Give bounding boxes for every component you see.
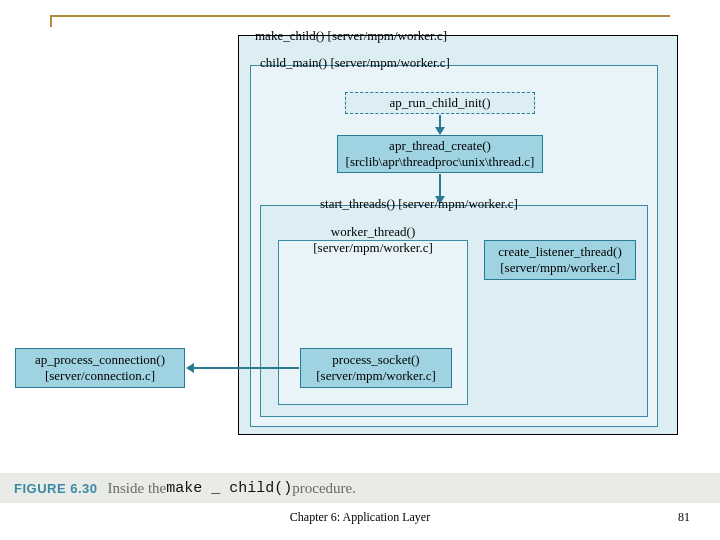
node-hook: ap_run_child_init() (345, 92, 535, 114)
node-child-main-label: child_main() [server/mpm/worker.c] (260, 55, 450, 71)
fn: process_socket() (332, 352, 419, 368)
node-make-child-label: make_child() [server/mpm/worker.c] (255, 28, 447, 44)
fn: create_listener_thread() (498, 244, 621, 260)
node-process-socket: process_socket() [server/mpm/worker.c] (300, 348, 452, 388)
node-start-threads-label: start_threads() [server/mpm/worker.c] (320, 196, 518, 212)
slide-top-rule (50, 15, 670, 27)
src: [server/mpm/worker.c] (313, 240, 432, 256)
diagram-container: make_child() [server/mpm/worker.c] child… (0, 28, 720, 473)
arrowhead-hook-to-thread (435, 127, 445, 135)
src: [server/mpm/worker.c] (500, 260, 619, 276)
node-worker-thread-src: [server/mpm/worker.c] (298, 240, 448, 256)
arrow-psock-to-approc (193, 367, 299, 369)
node-apr-thread-create: apr_thread_create() [srclib\apr\threadpr… (337, 135, 543, 173)
arrowhead-psock-to-approc (186, 363, 194, 373)
caption-prefix: Inside the (108, 480, 167, 497)
src: [server/mpm/worker.c] (398, 196, 517, 211)
chapter-label: Chapter 6: Application Layer (0, 510, 720, 525)
page-number: 81 (678, 510, 690, 525)
src: [server/mpm/worker.c] (330, 55, 449, 70)
fn: worker_thread() (331, 224, 415, 240)
src: [srclib\apr\threadproc\unix\thread.c] (346, 154, 535, 170)
slide-footer: Chapter 6: Application Layer 81 (0, 510, 720, 530)
caption-suffix: procedure. (292, 480, 356, 497)
fn: apr_thread_create() (389, 138, 491, 154)
fn: child_main() (260, 55, 327, 70)
src: [server/mpm/worker.c] (328, 28, 447, 43)
node-ap-process-connection: ap_process_connection() [server/connecti… (15, 348, 185, 388)
caption-code: make _ child() (166, 480, 292, 497)
fn: ap_run_child_init() (389, 95, 490, 111)
node-worker-thread-fn: worker_thread() (298, 224, 448, 240)
figure-caption: FIGURE 6.30 Inside the make _ child() pr… (0, 473, 720, 503)
src: [server/connection.c] (45, 368, 155, 384)
fn: start_threads() (320, 196, 395, 211)
fn: make_child() (255, 28, 324, 43)
fn: ap_process_connection() (35, 352, 165, 368)
src: [server/mpm/worker.c] (316, 368, 435, 384)
figure-number: FIGURE 6.30 (14, 481, 98, 496)
node-create-listener: create_listener_thread() [server/mpm/wor… (484, 240, 636, 280)
arrow-thread-to-start (439, 174, 441, 198)
